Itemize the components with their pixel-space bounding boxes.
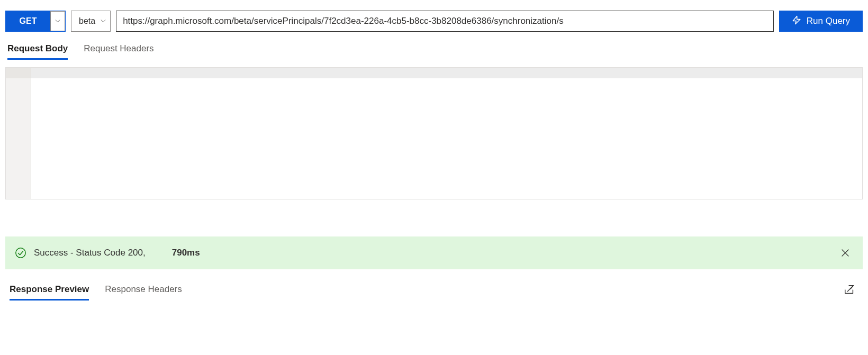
lightning-icon [792, 15, 801, 28]
success-check-icon [15, 247, 26, 259]
tab-response-preview[interactable]: Response Preview [10, 284, 89, 301]
svg-point-1 [16, 248, 25, 258]
editor-content[interactable] [31, 68, 862, 199]
request-tabs: Request Body Request Headers [5, 43, 863, 60]
status-text: Success - Status Code 200, [34, 248, 146, 258]
share-icon[interactable] [844, 284, 855, 296]
response-section: Response Preview Response Headers [5, 284, 863, 301]
chevron-down-icon [101, 16, 106, 26]
run-query-button[interactable]: Run Query [779, 11, 863, 32]
status-bar: Success - Status Code 200, 790ms [5, 236, 863, 269]
http-method-select[interactable]: GET [5, 11, 66, 32]
tab-request-body[interactable]: Request Body [7, 43, 68, 60]
http-method-label: GET [6, 11, 50, 31]
svg-marker-0 [793, 16, 800, 24]
api-version-label: beta [79, 16, 95, 26]
editor-gutter [6, 68, 31, 199]
tab-request-headers[interactable]: Request Headers [84, 43, 153, 60]
close-icon[interactable] [840, 248, 850, 258]
request-url-input[interactable] [116, 11, 774, 32]
request-body-editor[interactable] [5, 67, 863, 199]
api-version-select[interactable]: beta [71, 11, 111, 32]
query-bar: GET beta Run Query [5, 11, 863, 32]
tab-response-headers[interactable]: Response Headers [105, 284, 182, 301]
run-query-label: Run Query [807, 16, 850, 26]
status-time: 790ms [172, 248, 200, 258]
response-tabs: Response Preview Response Headers [7, 284, 844, 301]
chevron-down-icon[interactable] [50, 11, 65, 31]
